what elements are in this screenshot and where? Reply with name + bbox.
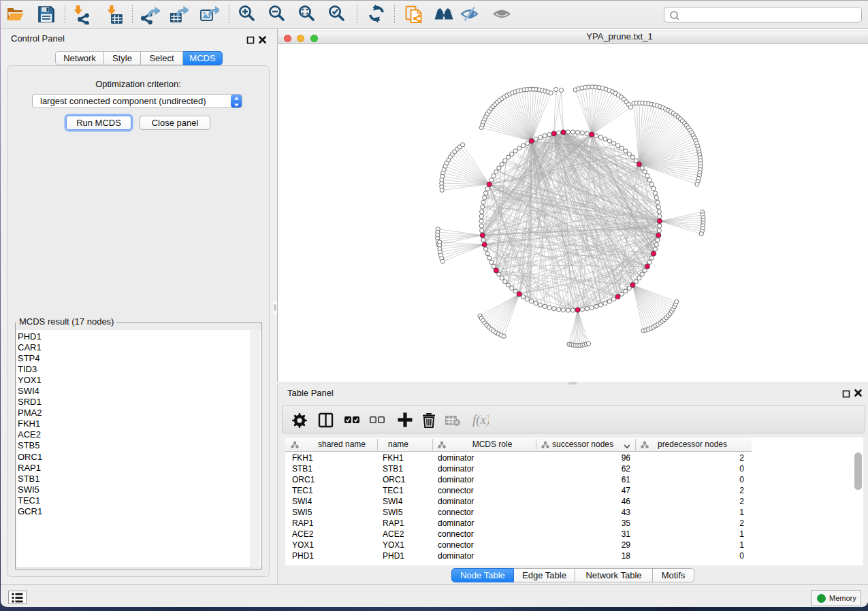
svg-text:f(x): f(x) xyxy=(472,412,489,427)
